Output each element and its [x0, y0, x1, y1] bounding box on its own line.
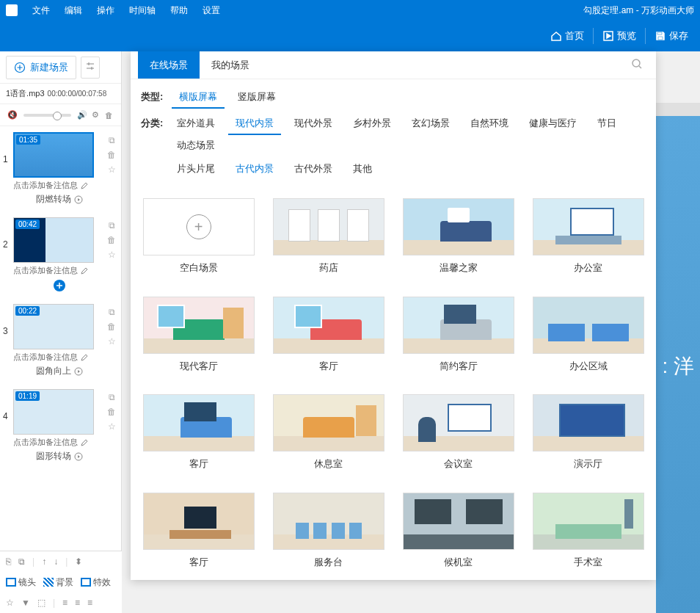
tab-online-scenes[interactable]: 在线场景 — [138, 51, 200, 79]
scene-grid-thumbnail[interactable] — [533, 198, 644, 255]
preview-button[interactable]: 预览 — [595, 21, 644, 51]
move-up-icon[interactable]: ↑ — [42, 556, 46, 567]
scene-grid-item[interactable]: 手术室 — [531, 493, 646, 573]
tool-icon[interactable]: ⧉ — [18, 556, 25, 567]
cat-modern-indoor[interactable]: 现代内景 — [228, 113, 281, 135]
menu-timeline[interactable]: 时间轴 — [122, 4, 163, 17]
scene-transition[interactable]: 阴燃转场 — [13, 193, 105, 206]
scene-grid-thumbnail[interactable] — [273, 198, 384, 255]
scene-thumbnail[interactable]: 01:19 — [13, 389, 94, 435]
star-icon[interactable]: ☆ — [108, 336, 116, 347]
menu-settings[interactable]: 设置 — [195, 4, 227, 17]
scene-grid-thumbnail[interactable] — [533, 297, 644, 354]
scene-note[interactable]: 点击添加备注信息 — [13, 265, 105, 276]
scene-note[interactable]: 点击添加备注信息 — [13, 352, 105, 363]
tool-icon[interactable]: ⬍ — [75, 556, 82, 567]
filter-icon[interactable]: ▼ — [21, 598, 30, 608]
cat-rural-outdoor[interactable]: 乡村外景 — [346, 113, 398, 135]
cat-ancient-indoor[interactable]: 古代内景 — [228, 159, 281, 179]
scene-grid-thumbnail[interactable]: + — [143, 198, 255, 255]
menu-edit[interactable]: 编辑 — [57, 4, 90, 17]
cat-dynamic[interactable]: 动态场景 — [169, 135, 222, 156]
scene-item[interactable]: 4 01:19 点击添加备注信息 圆形转场 ⧉ 🗑 ☆ — [0, 383, 121, 468]
cat-ancient-outdoor[interactable]: 古代外景 — [287, 159, 340, 179]
scene-grid-item[interactable]: 药店 — [271, 198, 386, 279]
scene-grid-item[interactable]: 演示厅 — [531, 394, 646, 475]
scene-grid-thumbnail[interactable] — [533, 394, 644, 451]
scene-grid-thumbnail[interactable] — [143, 394, 255, 451]
scene-grid-thumbnail[interactable] — [403, 297, 514, 354]
scene-grid-item[interactable]: 简约客厅 — [401, 297, 516, 377]
cat-fantasy[interactable]: 玄幻场景 — [404, 113, 457, 135]
add-scene-between[interactable] — [13, 279, 105, 292]
tool-icon[interactable]: ⬚ — [37, 598, 45, 608]
scene-note[interactable]: 点击添加备注信息 — [13, 437, 105, 448]
scene-note[interactable]: 点击添加备注信息 — [13, 180, 105, 191]
copy-icon[interactable]: ⧉ — [109, 220, 115, 231]
scene-grid-thumbnail[interactable] — [403, 394, 514, 451]
align-icon[interactable]: ≡ — [75, 598, 80, 608]
type-landscape[interactable]: 横版屏幕 — [172, 87, 225, 109]
copy-icon[interactable]: ⧉ — [109, 392, 115, 402]
volume-button[interactable]: 🔊 — [76, 109, 89, 122]
delete-icon[interactable]: 🗑 — [107, 235, 116, 245]
star-icon[interactable]: ☆ — [108, 250, 116, 260]
cat-title[interactable]: 片头片尾 — [169, 159, 222, 179]
scene-grid-item[interactable]: 客厅 — [141, 493, 256, 573]
background-tool[interactable]: 背景 — [43, 576, 73, 589]
delete-icon[interactable]: 🗑 — [107, 322, 116, 332]
menu-help[interactable]: 帮助 — [163, 4, 195, 17]
scene-transition[interactable]: 圆形转场 — [13, 450, 105, 463]
delete-icon[interactable]: 🗑 — [107, 150, 116, 160]
scene-options-button[interactable] — [81, 57, 100, 79]
scene-grid-item[interactable]: 会议室 — [401, 394, 516, 475]
cat-festival[interactable]: 节日 — [590, 113, 624, 135]
scene-grid-item[interactable]: 温馨之家 — [401, 198, 516, 279]
tool-icon[interactable]: ⎘ — [6, 556, 11, 567]
star-icon[interactable]: ☆ — [108, 421, 116, 432]
scene-grid-item[interactable]: 服务台 — [271, 493, 386, 573]
scene-grid-item[interactable]: 休息室 — [271, 394, 386, 475]
cat-nature[interactable]: 自然环境 — [463, 113, 516, 135]
scene-grid-thumbnail[interactable] — [143, 493, 255, 550]
align-icon[interactable]: ≡ — [62, 598, 68, 608]
scene-thumbnail[interactable]: 01:35 — [13, 132, 94, 178]
scene-grid-thumbnail[interactable] — [403, 198, 514, 255]
scene-grid-item[interactable]: 办公区域 — [531, 297, 646, 377]
home-button[interactable]: 首页 — [543, 21, 591, 51]
scene-grid-item[interactable]: 办公室 — [531, 198, 646, 279]
tool-icon[interactable]: ☆ — [6, 598, 14, 608]
star-icon[interactable]: ☆ — [108, 164, 116, 175]
scene-grid-thumbnail[interactable] — [143, 297, 255, 354]
effects-tool[interactable]: 特效 — [81, 576, 111, 589]
scene-thumbnail[interactable]: 00:22 — [13, 304, 94, 349]
type-portrait[interactable]: 竖版屏幕 — [230, 87, 283, 109]
cat-other[interactable]: 其他 — [346, 159, 379, 179]
save-button[interactable]: 保存 — [647, 21, 696, 51]
new-scene-button[interactable]: 新建场景 — [6, 56, 76, 79]
scene-item[interactable]: 2 00:42 点击添加备注信息 ⧉ 🗑 ☆ — [0, 211, 121, 298]
cat-outdoor-props[interactable]: 室外道具 — [169, 113, 222, 135]
align-icon[interactable]: ≡ — [87, 598, 92, 608]
scene-grid-item[interactable]: 客厅 — [271, 297, 386, 377]
lens-tool[interactable]: 镜头 — [6, 576, 36, 589]
menu-action[interactable]: 操作 — [90, 4, 122, 17]
move-down-icon[interactable]: ↓ — [54, 556, 58, 567]
copy-icon[interactable]: ⧉ — [109, 307, 115, 317]
mute-button[interactable]: 🔇 — [6, 109, 19, 122]
scene-grid-thumbnail[interactable] — [533, 493, 644, 550]
audio-delete-button[interactable]: 🗑 — [102, 109, 115, 122]
copy-icon[interactable]: ⧉ — [109, 135, 115, 145]
audio-slider[interactable] — [23, 114, 71, 117]
audio-settings-button[interactable]: ⚙ — [89, 109, 102, 122]
scene-transition[interactable]: 圆角向上 — [13, 365, 105, 377]
scene-grid-thumbnail[interactable] — [273, 297, 384, 354]
tab-my-scenes[interactable]: 我的场景 — [200, 51, 261, 79]
scene-grid-thumbnail[interactable] — [273, 394, 384, 451]
scene-grid-thumbnail[interactable] — [403, 493, 514, 550]
menu-file[interactable]: 文件 — [25, 4, 57, 17]
cat-modern-outdoor[interactable]: 现代外景 — [287, 113, 340, 135]
scene-grid-item[interactable]: 客厅 — [141, 394, 256, 475]
cat-health[interactable]: 健康与医疗 — [522, 113, 584, 135]
scene-grid-item[interactable]: +空白场景 — [141, 198, 256, 279]
